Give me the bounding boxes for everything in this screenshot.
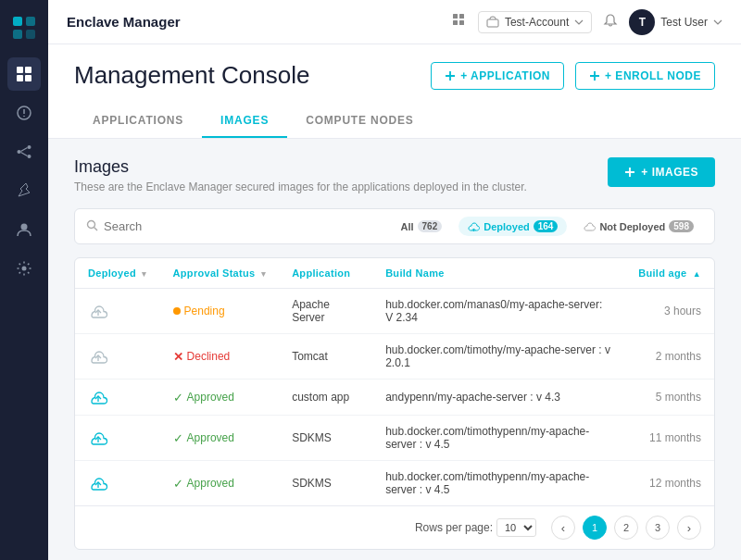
next-page-button[interactable]: › — [677, 516, 701, 540]
images-section: Images These are the Enclave Manager sec… — [48, 139, 741, 560]
sidebar-item-console[interactable] — [7, 57, 41, 91]
application-cell: Apache Server — [279, 289, 372, 334]
page-title: Management Console — [74, 61, 309, 90]
approval-status: ✕ Declined — [160, 334, 280, 380]
svg-rect-1 — [26, 17, 35, 26]
add-application-button[interactable]: + APPLICATION — [431, 62, 564, 90]
page-3-button[interactable]: 3 — [646, 516, 670, 540]
build-name-cell: hub.docker.com/timothypenn/my-apache-ser… — [372, 461, 625, 506]
deployed-cell — [75, 380, 160, 416]
section-description: These are the Enclave Manager secured im… — [74, 180, 527, 193]
svg-rect-0 — [13, 17, 22, 26]
topbar: Enclave Manager Test-Account — [48, 0, 741, 44]
svg-rect-19 — [459, 14, 464, 19]
build-name-cell: andypenn/my-apache-server : v 4.3 — [372, 380, 625, 416]
application-cell: custom app — [279, 380, 372, 416]
build-name-cell: hub.docker.com/manas0/my-apache-server: … — [372, 289, 625, 334]
prev-page-button[interactable]: ‹ — [551, 516, 575, 540]
build-age-cell: 3 hours — [625, 289, 714, 334]
svg-rect-21 — [459, 20, 464, 25]
build-age-cell: 11 months — [625, 416, 714, 461]
table-row: ✓ Approved SDKMS hub.docker.com/timothyp… — [75, 416, 714, 461]
svg-point-23 — [88, 220, 95, 228]
pagination-bar: Rows per page: 10 20 50 ‹ 1 2 3 › — [75, 505, 714, 549]
rows-per-page-select[interactable]: 10 20 50 — [496, 518, 536, 537]
deployed-cell — [75, 416, 160, 461]
svg-rect-3 — [26, 30, 35, 39]
header-buttons: + APPLICATION + ENROLL NODE — [431, 62, 715, 90]
col-build-age[interactable]: Build age ▲ — [625, 258, 714, 289]
svg-point-17 — [22, 267, 27, 271]
build-name-cell: hub.docker.com/timothypenn/my-apache-ser… — [372, 416, 625, 461]
svg-rect-5 — [25, 67, 31, 73]
account-selector[interactable]: Test-Account — [478, 11, 592, 33]
application-cell: SDKMS — [279, 416, 372, 461]
col-application: Application — [279, 258, 372, 289]
table-row: ✓ Approved custom app andypenn/my-apache… — [75, 380, 714, 416]
content-area: Management Console + APPLICATION + ENROL… — [48, 44, 741, 560]
sidebar-item-settings[interactable] — [7, 252, 41, 285]
col-deployed[interactable]: Deployed ▾ — [75, 258, 160, 289]
search-box — [86, 219, 391, 234]
svg-rect-6 — [17, 75, 23, 81]
filter-all[interactable]: All 762 — [391, 217, 451, 236]
page-header: Management Console + APPLICATION + ENROL… — [48, 44, 741, 139]
enroll-node-button[interactable]: + ENROLL NODE — [575, 62, 715, 90]
table-row: Pending Apache Server hub.docker.com/man… — [75, 289, 714, 334]
filter-bar: All 762 Deployed 164 — [74, 208, 715, 244]
svg-rect-2 — [13, 30, 22, 39]
grid-icon[interactable] — [452, 13, 467, 31]
main-content: Enclave Manager Test-Account — [48, 0, 741, 560]
rows-per-page: Rows per page: 10 20 50 — [415, 518, 536, 537]
not-deployed-count: 598 — [669, 220, 694, 232]
approval-status: ✓ Approved — [160, 380, 280, 416]
section-header: Images These are the Enclave Manager sec… — [74, 157, 715, 193]
build-age-cell: 2 months — [625, 334, 714, 380]
approval-status: ✓ Approved — [160, 416, 280, 461]
application-cell: SDKMS — [279, 461, 372, 506]
search-input[interactable] — [104, 219, 252, 233]
sort-deployed-icon: ▾ — [142, 269, 146, 279]
build-age-cell: 5 months — [625, 380, 714, 416]
filter-not-deployed[interactable]: Not Deployed 598 — [574, 217, 703, 236]
tab-applications[interactable]: APPLICATIONS — [74, 105, 202, 138]
add-images-button[interactable]: + IMAGES — [608, 157, 715, 187]
build-name-cell: hub.docker.com/timothy/my-apache-server … — [372, 334, 625, 380]
sidebar-item-tools[interactable] — [7, 174, 41, 207]
svg-line-14 — [21, 148, 28, 152]
page-1-button[interactable]: 1 — [583, 516, 607, 540]
svg-rect-18 — [453, 14, 458, 19]
table-row: ✓ Approved SDKMS hub.docker.com/timothyp… — [75, 461, 714, 506]
svg-rect-4 — [17, 67, 23, 73]
page-2-button[interactable]: 2 — [614, 516, 638, 540]
sidebar-item-user[interactable] — [7, 213, 41, 246]
svg-line-15 — [21, 153, 28, 156]
sidebar-item-alerts[interactable] — [7, 96, 41, 130]
tab-compute-nodes[interactable]: COMPUTE NODES — [287, 105, 432, 138]
svg-point-10 — [23, 116, 25, 118]
sidebar-item-workflow[interactable] — [7, 135, 41, 168]
build-age-cell: 12 months — [625, 461, 714, 506]
filter-deployed[interactable]: Deployed 164 — [458, 217, 567, 236]
sort-approval-icon: ▾ — [261, 269, 266, 279]
svg-line-24 — [94, 227, 98, 230]
account-name: Test-Account — [505, 16, 569, 29]
table-row: ✕ Declined Tomcat hub.docker.com/timothy… — [75, 334, 714, 380]
tab-images[interactable]: IMAGES — [202, 105, 287, 138]
user-menu[interactable]: T Test User — [629, 9, 722, 35]
notification-bell[interactable] — [603, 13, 618, 31]
tabs: APPLICATIONS IMAGES COMPUTE NODES — [74, 105, 715, 138]
user-name: Test User — [660, 16, 708, 29]
svg-point-12 — [28, 145, 31, 149]
rows-per-page-label: Rows per page: — [415, 521, 493, 534]
deployed-cell — [75, 334, 160, 380]
svg-point-11 — [18, 150, 21, 154]
svg-point-16 — [21, 224, 28, 230]
all-count: 762 — [418, 220, 443, 232]
sidebar — [0, 0, 48, 560]
app-logo — [7, 11, 41, 44]
deployed-cell — [75, 289, 160, 334]
approval-status: ✓ Approved — [160, 461, 280, 506]
col-approval[interactable]: Approval Status ▾ — [160, 258, 280, 289]
section-title: Images — [74, 157, 527, 177]
